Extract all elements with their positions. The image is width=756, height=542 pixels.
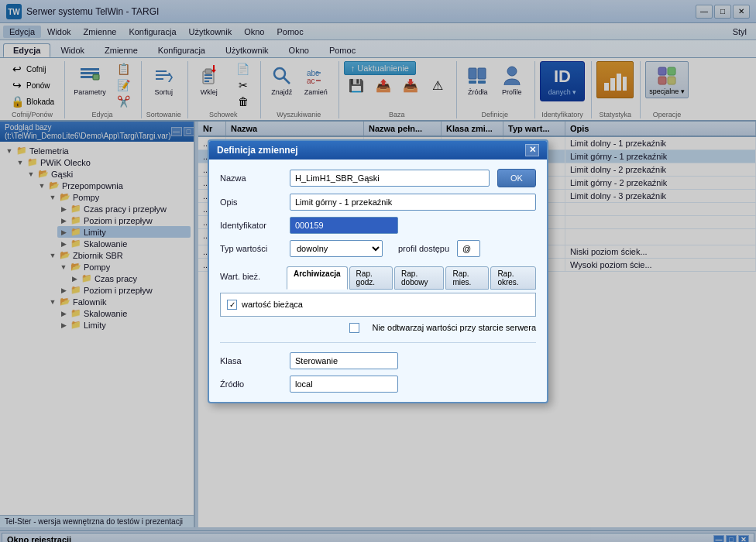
dialog-row-wartbiezacy: Wart. bież. Archiwizacja Rap. godz. Rap.… [220,263,536,317]
dialog-label-wartbiezacy: Wart. bież. [220,272,282,281]
checkbox-wartbiezaca[interactable]: ✓ [227,300,237,310]
dialog-close-button[interactable]: ✕ [525,144,539,156]
tab-archiwizacja[interactable]: Archiwizacja [287,266,348,290]
dialog-input-nazwa[interactable] [290,170,490,187]
dialog-row-identyfikator: Identyfikator [220,217,536,234]
dialog-input-profil[interactable] [457,240,480,257]
dialog-input-klasa[interactable] [290,352,398,369]
dialog-tabs: Archiwizacja Rap. godz. Rap. dobowy Rap.… [287,266,536,290]
dialog-ok-button[interactable]: OK [497,169,536,187]
checkbox-nieodtw[interactable] [349,323,359,333]
dialog-select-typ[interactable]: dowolny [290,240,383,257]
dialog-input-zrodlo[interactable] [290,376,398,393]
dialog-title-bar: Definicja zmiennej ✕ [209,141,547,160]
dialog-label-profil: profil dostępu [398,244,449,253]
tab-rapokres[interactable]: Rap. okres. [490,266,536,290]
dialog-input-identyfikator[interactable] [290,217,398,234]
tab-rapdobowy[interactable]: Rap. dobowy [394,266,444,290]
tab-rapmies[interactable]: Rap. mies. [445,266,489,290]
dialog-row-opis: Opis [220,194,536,211]
dialog-label-zrodlo: Źródło [220,379,282,389]
tab-rapgodz[interactable]: Rap. godz. [349,266,393,290]
dialog-body: Nazwa OK Opis Identyfikator Typ wartości… [209,160,547,402]
dialog-title-text: Definicja zmiennej [217,145,298,156]
dialog-label-typ: Typ wartości [220,244,282,253]
dialog-overlay: Definicja zmiennej ✕ Nazwa OK Opis Ident… [0,0,756,542]
dialog-row-nieodtw: Nie odtwarzaj wartości przy starcie serw… [220,323,536,333]
dialog-label-nazwa: Nazwa [220,173,282,183]
checkbox-row-wartbiezaca: ✓ wartość bieżąca [227,300,529,310]
dialog-label-identyfikator: Identyfikator [220,221,282,230]
dialog-row-klasa: Klasa [220,352,536,369]
dialog-row-nazwa: Nazwa OK [220,169,536,187]
dialog-label-opis: Opis [220,197,282,207]
checkbox-label-wartbiezaca: wartość bieżąca [242,300,303,309]
dialog-row-zrodlo: Źródło [220,376,536,393]
tab-content: ✓ wartość bieżąca [220,293,536,317]
wartbiezacy-container: Wart. bież. Archiwizacja Rap. godz. Rap.… [220,263,536,290]
label-nieodtw: Nie odtwarzaj wartości przy starcie serw… [372,323,536,332]
dialog-label-klasa: Klasa [220,356,282,365]
dialog-row-typ: Typ wartości dowolny profil dostępu [220,240,536,257]
dialog-input-opis[interactable] [290,194,536,211]
dialog-definicja: Definicja zmiennej ✕ Nazwa OK Opis Ident… [208,139,548,403]
